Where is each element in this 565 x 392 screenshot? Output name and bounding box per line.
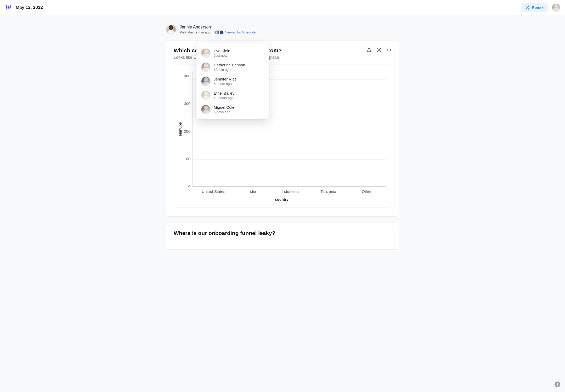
viewer-time: 10 hours ago <box>214 96 234 100</box>
page-content: Jennie Anderson Published 2 min ago View… <box>163 15 402 272</box>
viewer-avatar <box>201 105 211 114</box>
viewer-time: 10 min ago <box>214 68 245 72</box>
viewer-item[interactable]: Jennifer Rice5 hours ago <box>196 74 269 88</box>
viewer-item[interactable]: Eva KleinJust now <box>196 46 269 60</box>
viewer-avatar <box>201 62 211 72</box>
y-tick: 400 <box>184 74 190 78</box>
published-meta: Published 2 min ago <box>180 30 211 34</box>
viewer-name: Jennifer Rice <box>214 77 237 81</box>
card-title: Where is our onboarding funnel leaky? <box>174 230 391 236</box>
viewer-name: Eva Klein <box>214 49 230 53</box>
code-button[interactable] <box>386 47 391 53</box>
viewer-item[interactable]: Miguel Cole5 days ago <box>196 102 269 117</box>
viewer-time: Just now <box>214 54 230 57</box>
viewer-time: 5 days ago <box>214 110 234 114</box>
card-action-bar <box>366 47 391 53</box>
shuffle-icon <box>376 48 381 53</box>
y-axis-ticks: 4003002001000 <box>183 72 193 187</box>
viewer-avatar <box>201 48 211 58</box>
viewers-avatar-stack <box>214 30 224 34</box>
viewer-avatar <box>201 91 211 100</box>
share-icon <box>366 48 371 53</box>
grid-line <box>193 159 386 160</box>
user-avatar[interactable] <box>552 3 560 12</box>
author-avatar[interactable] <box>166 25 176 34</box>
y-tick: 0 <box>184 184 190 189</box>
page-date-title: May 12, 2022 <box>16 5 43 10</box>
app-logo[interactable] <box>5 4 12 11</box>
y-tick: 200 <box>184 129 190 134</box>
viewer-item[interactable]: Ethel Bailey10 hours ago <box>196 88 269 102</box>
remix-card-button[interactable] <box>376 47 381 53</box>
x-axis-labels: United StatesIndiaIndonesiaTanzaniaOther <box>194 189 386 194</box>
x-tick-label: Tanzania <box>311 189 346 194</box>
x-tick-label: Other <box>349 189 384 194</box>
remix-button[interactable]: Remix <box>521 3 548 12</box>
remix-label: Remix <box>532 5 544 10</box>
topbar: May 12, 2022 Remix <box>0 0 565 15</box>
viewer-name: Miguel Cole <box>214 105 234 109</box>
x-tick-label: United States <box>196 189 231 194</box>
y-tick: 100 <box>184 157 190 161</box>
code-icon <box>386 48 391 53</box>
viewers-toggle[interactable]: Viewed by 5 people <box>214 30 256 34</box>
viewer-time: 5 hours ago <box>214 82 237 86</box>
viewer-item[interactable]: Catherine Benson10 min ago <box>196 60 269 74</box>
viewer-avatar <box>201 77 211 86</box>
y-tick: 300 <box>184 101 190 106</box>
viewers-popover: Eva KleinJust nowCatherine Benson10 min … <box>196 43 269 119</box>
viewed-by-text: Viewed by 5 people <box>225 30 256 34</box>
y-axis-label: signups <box>178 72 183 187</box>
viewer-name: Catherine Benson <box>214 63 245 67</box>
logo-w-icon <box>5 4 12 11</box>
author-name: Jennie Anderson <box>180 25 256 30</box>
x-tick-label: India <box>235 189 269 194</box>
grid-line <box>193 133 386 133</box>
author-row: Jennie Anderson Published 2 min ago View… <box>166 25 399 34</box>
help-button[interactable]: ? <box>555 382 560 387</box>
shuffle-icon <box>525 5 530 10</box>
share-button[interactable] <box>366 47 371 53</box>
x-axis-label: country <box>178 197 386 201</box>
viewer-name: Ethel Bailey <box>214 91 234 95</box>
x-tick-label: Indonesia <box>273 189 307 194</box>
card-onboarding-funnel: Where is our onboarding funnel leaky? <box>166 223 399 250</box>
